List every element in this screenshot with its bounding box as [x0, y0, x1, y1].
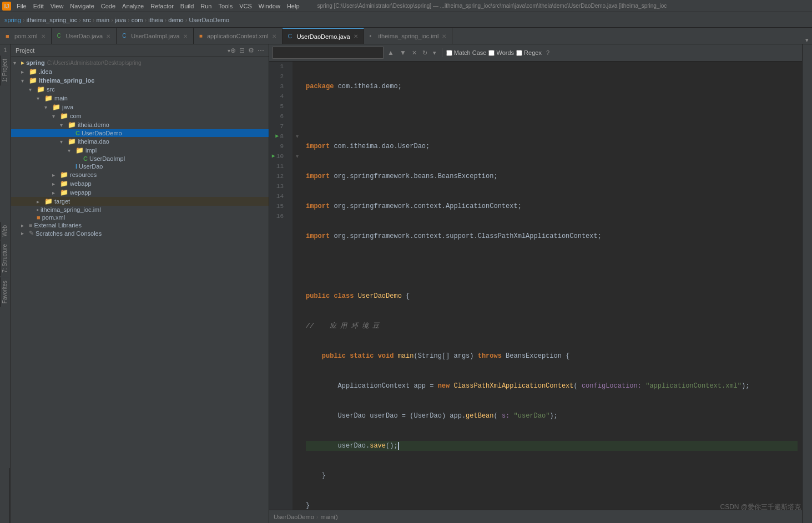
- breadcrumb-src[interactable]: src: [83, 17, 91, 23]
- tab-appcontext-label: applicationContext.xml: [207, 33, 269, 39]
- breadcrumb-itheia[interactable]: itheia: [148, 17, 163, 23]
- edge-tab-structure[interactable]: 7: Structure: [0, 241, 9, 276]
- menu-tools[interactable]: Tools: [215, 2, 236, 11]
- tab-userdaoimpl-icon: C: [122, 33, 129, 39]
- tab-userdaodemo[interactable]: C UserDaoDemo.java ✕: [283, 28, 364, 44]
- tree-item-scratches[interactable]: ▸ ✎ Scratches and Consoles: [11, 229, 269, 237]
- edge-tab-project[interactable]: 1: Project: [0, 55, 9, 85]
- menu-code[interactable]: Code: [98, 2, 119, 11]
- line-num-9: 9: [269, 141, 288, 151]
- breadcrumb-spring[interactable]: spring: [4, 17, 21, 23]
- regex-input[interactable]: [516, 50, 522, 56]
- tree-item-impl[interactable]: ▾ 📁 impl: [11, 146, 269, 155]
- search-bar: ▲ ▼ ✕ ↻ ▾ Match Case Words Regex ?: [269, 44, 802, 62]
- tab-userdao-close[interactable]: ✕: [106, 33, 110, 39]
- search-close-btn[interactable]: ✕: [410, 48, 418, 58]
- edge-tab-web[interactable]: Web: [0, 222, 9, 240]
- tree-item-webapp[interactable]: ▸ 📁 webapp: [11, 179, 269, 188]
- breadcrumb-main[interactable]: main: [96, 17, 109, 23]
- menu-vcs[interactable]: VCS: [236, 2, 255, 11]
- search-prev-btn[interactable]: ▲: [386, 48, 396, 58]
- more-icon[interactable]: ⋯: [258, 47, 264, 54]
- tree-item-userdao[interactable]: I UserDao: [11, 163, 269, 170]
- words-input[interactable]: [488, 50, 495, 56]
- match-case-input[interactable]: [446, 50, 452, 56]
- sidebar-header-icons: ⊕ ⊟ ⚙ ⋯: [230, 47, 264, 54]
- match-case-checkbox[interactable]: Match Case: [446, 49, 487, 56]
- search-wrap-btn[interactable]: ↻: [421, 48, 429, 58]
- tree-item-idea[interactable]: ▸ 📁 .idea: [11, 67, 269, 76]
- search-separator: [442, 48, 442, 57]
- tree-item-java[interactable]: ▾ 📁 java: [11, 103, 269, 111]
- menu-help[interactable]: Help: [284, 2, 303, 11]
- menu-file[interactable]: File: [13, 2, 30, 11]
- tree-item-pom[interactable]: ■ pom.xml: [11, 214, 269, 221]
- run-line-8-icon[interactable]: ▶: [275, 131, 279, 141]
- search-next-btn[interactable]: ▼: [398, 48, 408, 58]
- userdaoimpl-icon: C: [83, 155, 88, 162]
- edge-tab-favorites[interactable]: Favorites: [0, 277, 9, 307]
- menu-build[interactable]: Build: [177, 2, 197, 11]
- tree-item-itheima-dao[interactable]: ▾ 📁 itheima.dao: [11, 137, 269, 146]
- menu-refactor[interactable]: Refactor: [147, 2, 177, 11]
- tab-userdaodemo-close[interactable]: ✕: [354, 33, 358, 39]
- menu-view[interactable]: View: [47, 2, 67, 11]
- tree-item-userdaodemo[interactable]: C UserDaoDemo: [11, 129, 269, 137]
- tab-userdao-label: UserDao.java: [66, 33, 103, 39]
- tab-userdao[interactable]: C UserDao.java ✕: [52, 28, 117, 44]
- pom-file-icon: ■: [37, 214, 41, 221]
- code-line-10: public static void main(String[] args) t…: [306, 351, 798, 361]
- tree-item-wepapp[interactable]: ▸ 📁 wepapp: [11, 188, 269, 197]
- tree-item-ext-libs[interactable]: ▸ ≡ External Libraries: [11, 221, 269, 229]
- tab-userdaoimpl-close[interactable]: ✕: [183, 33, 188, 39]
- code-line-5: import org.springframework.context.Appli…: [306, 201, 798, 211]
- resources-folder-icon: 📁: [60, 171, 68, 179]
- tab-pom[interactable]: ■ pom.xml ✕: [0, 28, 52, 44]
- line-num-8: ▶8: [269, 131, 288, 141]
- recent-files-btn[interactable]: ▾: [805, 37, 809, 44]
- project-icon[interactable]: 1: [3, 47, 7, 53]
- tab-pom-close[interactable]: ✕: [41, 33, 46, 39]
- search-input[interactable]: [273, 47, 384, 59]
- code-content[interactable]: package com.itheia.demo; import com.ithe…: [301, 62, 802, 510]
- tree-item-main[interactable]: ▾ 📁 main: [11, 94, 269, 103]
- menu-analyze[interactable]: Analyze: [119, 2, 147, 11]
- main-layout: 1 Project ▾ ⊕ ⊟ ⚙ ⋯ ▾ ▸ spring C:\Users\…: [0, 44, 812, 523]
- run-line-10-icon[interactable]: ▶: [272, 151, 275, 161]
- tree-item-src[interactable]: ▾ 📁 src: [11, 85, 269, 94]
- settings-icon[interactable]: ⚙: [248, 47, 254, 54]
- locate-icon[interactable]: ⊕: [230, 47, 236, 54]
- tree-item-iml[interactable]: ▪ itheima_spring_ioc.iml: [11, 206, 269, 214]
- tab-appcontext-close[interactable]: ✕: [272, 33, 276, 39]
- breadcrumb-java[interactable]: java: [115, 17, 126, 23]
- code-line-11: ApplicationContext app = new ClassPathXm…: [306, 381, 798, 391]
- search-help-btn[interactable]: ?: [546, 49, 549, 56]
- tree-item-resources[interactable]: ▸ 📁 resources: [11, 170, 269, 179]
- breadcrumb-com[interactable]: com: [132, 17, 143, 23]
- tree-item-itheima[interactable]: ▾ 📁 itheima_spring_ioc: [11, 76, 269, 85]
- tree-item-itheia-demo[interactable]: ▾ 📁 itheia.demo: [11, 120, 269, 129]
- regex-checkbox[interactable]: Regex: [516, 49, 542, 56]
- menu-window[interactable]: Window: [255, 2, 284, 11]
- breadcrumb-demo[interactable]: demo: [168, 17, 184, 23]
- tree-item-spring[interactable]: ▾ ▸ spring C:\Users\Administrator\Deskto…: [11, 58, 269, 67]
- tab-appcontext-icon: ■: [199, 33, 205, 39]
- breadcrumb: spring › itheima_spring_ioc › src › main…: [0, 12, 812, 28]
- menu-run[interactable]: Run: [197, 2, 215, 11]
- menu-edit[interactable]: Edit: [30, 2, 47, 11]
- tree-item-target[interactable]: ▸ 📁 target: [11, 197, 269, 206]
- words-checkbox[interactable]: Words: [488, 49, 514, 56]
- tree-item-userdaoimpl[interactable]: C UserDaoImpl: [11, 155, 269, 163]
- tab-userdaoimpl[interactable]: C UserDaoImpl.java ✕: [117, 28, 193, 44]
- breadcrumb-module[interactable]: itheima_spring_ioc: [27, 17, 78, 23]
- collapse-all-icon[interactable]: ⊟: [239, 47, 245, 54]
- tab-appcontext[interactable]: ■ applicationContext.xml ✕: [194, 28, 283, 44]
- window-title: spring [C:\Users\Administrator\Desktop\s…: [314, 2, 810, 10]
- tab-iml-close[interactable]: ✕: [442, 33, 446, 39]
- tree-item-com[interactable]: ▾ 📁 com: [11, 111, 269, 120]
- code-view[interactable]: 1 2 3 4 5 6 7 ▶8 9 ▶10 11 12 13 14 15 16: [269, 62, 802, 510]
- search-filter-btn[interactable]: ▾: [431, 48, 438, 58]
- menu-navigate[interactable]: Navigate: [67, 2, 97, 11]
- breadcrumb-userdaodemo[interactable]: UserDaoDemo: [189, 17, 229, 23]
- tab-iml[interactable]: ▪ itheima_spring_ioc.iml ✕: [364, 28, 453, 44]
